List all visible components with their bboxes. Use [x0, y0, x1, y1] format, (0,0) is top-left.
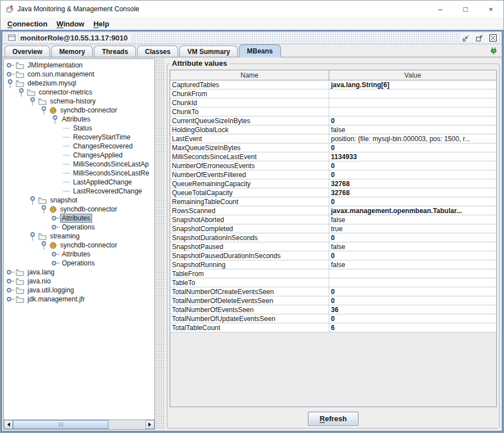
attribute-row-rowsscanned[interactable]: RowsScannedjavax.management.openmbean.Ta… — [170, 206, 496, 215]
tree-node-operations[interactable]: Operations — [4, 259, 155, 268]
tree-collapsed-handle-icon[interactable] — [51, 259, 60, 268]
attribute-row-chunkfrom[interactable]: ChunkFrom — [170, 89, 496, 98]
menu-connection[interactable]: Connection — [3, 19, 52, 29]
tree-collapsed-handle-icon[interactable] — [6, 286, 15, 295]
tree-node-attributes[interactable]: Attributes — [4, 250, 155, 259]
tree-collapsed-handle-icon[interactable] — [6, 61, 15, 70]
attribute-row-snapshotdurationinseconds[interactable]: SnapshotDurationInSeconds0 — [170, 233, 496, 242]
tree-expanded-handle-icon[interactable] — [29, 232, 37, 241]
tree-collapsed-handle-icon[interactable] — [6, 70, 15, 79]
attribute-name: TableTo — [170, 278, 329, 287]
tree-expanded-handle-icon[interactable] — [40, 106, 48, 115]
tree-node-schema-history[interactable]: schema-history — [4, 97, 155, 106]
attribute-row-snapshotaborted[interactable]: SnapshotAbortedfalse — [170, 215, 496, 224]
attribute-row-remainingtablecount[interactable]: RemainingTableCount0 — [170, 197, 496, 206]
tree-node-jmimplementation[interactable]: JMImplementation — [4, 61, 155, 70]
attribute-row-tableto[interactable]: TableTo — [170, 278, 496, 287]
attribute-row-numberofeventsfiltered[interactable]: NumberOfEventsFiltered0 — [170, 170, 496, 179]
tree-collapsed-handle-icon[interactable] — [51, 223, 60, 232]
tree-collapsed-handle-icon[interactable] — [6, 277, 15, 286]
attribute-row-totalnumberofcreateeventsseen[interactable]: TotalNumberOfCreateEventsSeen0 — [170, 287, 496, 296]
tab-threads[interactable]: Threads — [94, 46, 136, 57]
tab-mbeans[interactable]: MBeans — [239, 44, 280, 57]
tree-node-snapshot[interactable]: snapshot — [4, 196, 155, 205]
frame-close-button[interactable] — [488, 33, 497, 42]
attribute-row-millisecondssincelastevent[interactable]: MilliSecondsSinceLastEvent1134933 — [170, 152, 496, 161]
tree-node-streaming[interactable]: streaming — [4, 232, 155, 241]
tree-node-debezium-mysql[interactable]: debezium.mysql — [4, 79, 155, 88]
tree-node-java-util-logging[interactable]: java.util.logging — [4, 286, 155, 295]
tree-collapsed-handle-icon[interactable] — [6, 268, 15, 277]
split-pane-divider[interactable] — [156, 58, 165, 430]
menu-help[interactable]: Help — [89, 19, 113, 29]
tree-expanded-handle-icon[interactable] — [40, 205, 48, 214]
attribute-row-queueremainingcapacity[interactable]: QueueRemainingCapacity32768 — [170, 179, 496, 188]
tree-node-changesrecovered[interactable]: ChangesRecovered — [4, 142, 155, 151]
column-header-name[interactable]: Name — [170, 70, 329, 80]
tab-memory[interactable]: Memory — [51, 46, 93, 57]
attribute-row-snapshotrunning[interactable]: SnapshotRunningfalse — [170, 260, 496, 269]
column-header-value[interactable]: Value — [329, 70, 496, 80]
attribute-row-queuetotalcapacity[interactable]: QueueTotalCapacity32768 — [170, 188, 496, 197]
tree-expanded-handle-icon[interactable] — [29, 196, 37, 205]
attribute-row-totalnumberofeventsseen[interactable]: TotalNumberOfEventsSeen36 — [170, 305, 496, 314]
tree-node-lastappliedchange[interactable]: LastAppliedChange — [4, 178, 155, 187]
minimize-button[interactable]: – — [428, 1, 453, 17]
tree-collapsed-handle-icon[interactable] — [51, 250, 60, 259]
tree-node-attributes[interactable]: Attributes — [4, 115, 155, 124]
tab-overview[interactable]: Overview — [4, 46, 50, 57]
attribute-name: TotalNumberOfCreateEventsSeen — [170, 287, 329, 296]
tree-collapsed-handle-icon[interactable] — [51, 214, 60, 223]
frame-maximize-button[interactable] — [475, 33, 484, 42]
attribute-name: QueueRemainingCapacity — [170, 179, 329, 188]
tree-node-operations[interactable]: Operations — [4, 223, 155, 232]
scroll-left-button[interactable] — [4, 420, 13, 429]
tree-node-lastrecoveredchange[interactable]: LastRecoveredChange — [4, 187, 155, 196]
tree-collapsed-handle-icon[interactable] — [6, 295, 15, 304]
tree-expanded-handle-icon[interactable] — [51, 115, 60, 124]
attribute-row-chunkid[interactable]: ChunkId — [170, 98, 496, 107]
tree-expanded-handle-icon[interactable] — [6, 79, 15, 88]
tree-node-attributes[interactable]: Attributes — [4, 214, 155, 223]
tab-classes[interactable]: Classes — [137, 46, 178, 57]
tree-horizontal-scrollbar[interactable] — [4, 420, 155, 429]
tree-node-synchdb-connector[interactable]: synchdb-connector — [4, 106, 155, 115]
attribute-row-snapshotpaused[interactable]: SnapshotPausedfalse — [170, 242, 496, 251]
tree-expanded-handle-icon[interactable] — [29, 97, 37, 106]
tree-node-jdk-management-jfr[interactable]: jdk.management.jfr — [4, 295, 155, 304]
refresh-button[interactable]: Refresh — [308, 412, 358, 426]
attribute-row-currentqueuesizeinbytes[interactable]: CurrentQueueSizeInBytes0 — [170, 116, 496, 125]
tab-vm-summary[interactable]: VM Summary — [179, 46, 238, 57]
tree-node-millisecondssincelastap[interactable]: MilliSecondsSinceLastAp — [4, 160, 155, 169]
menu-window[interactable]: Window — [52, 19, 89, 29]
attribute-row-snapshotpauseddurationinseconds[interactable]: SnapshotPausedDurationInSeconds0 — [170, 251, 496, 260]
tree-node-com-sun-management[interactable]: com.sun.management — [4, 70, 155, 79]
tree-expanded-handle-icon[interactable] — [17, 88, 26, 97]
scroll-right-button[interactable] — [146, 420, 155, 429]
tree-node-connector-metrics[interactable]: connector-metrics — [4, 88, 155, 97]
tree-node-synchdb-connector[interactable]: synchdb-connector — [4, 205, 155, 214]
attribute-row-totalnumberofupdateeventsseen[interactable]: TotalNumberOfUpdateEventsSeen0 — [170, 314, 496, 323]
attribute-row-holdinggloballock[interactable]: HoldingGlobalLockfalse — [170, 125, 496, 134]
tree-node-millisecondssincelastre[interactable]: MilliSecondsSinceLastRe — [4, 169, 155, 178]
tree-node-synchdb-connector[interactable]: synchdb-connector — [4, 241, 155, 250]
tree-node-status[interactable]: Status — [4, 124, 155, 133]
tree-node-java-nio[interactable]: java.nio — [4, 277, 155, 286]
scrollbar-thumb[interactable] — [13, 420, 108, 429]
close-button[interactable]: × — [478, 1, 503, 17]
attribute-row-maxqueuesizeinbytes[interactable]: MaxQueueSizeInBytes0 — [170, 143, 496, 152]
attribute-row-chunkto[interactable]: ChunkTo — [170, 107, 496, 116]
attribute-row-snapshotcompleted[interactable]: SnapshotCompletedtrue — [170, 224, 496, 233]
attribute-row-totalnumberofdeleteeventsseen[interactable]: TotalNumberOfDeleteEventsSeen0 — [170, 296, 496, 305]
frame-iconify-button[interactable] — [461, 33, 470, 42]
attribute-row-tablefrom[interactable]: TableFrom — [170, 269, 496, 278]
attribute-row-totaltablecount[interactable]: TotalTableCount6 — [170, 323, 496, 332]
tree-expanded-handle-icon[interactable] — [40, 241, 48, 250]
tree-node-java-lang[interactable]: java.lang — [4, 268, 155, 277]
attribute-row-lastevent[interactable]: LastEventposition: {file: mysql-bin.0000… — [170, 134, 496, 143]
tree-node-changesapplied[interactable]: ChangesApplied — [4, 151, 155, 160]
attribute-row-capturedtables[interactable]: CapturedTablesjava.lang.String[6] — [170, 80, 496, 89]
tree-node-recoverystarttime[interactable]: RecoveryStartTime — [4, 133, 155, 142]
attribute-row-numberoferroneousevents[interactable]: NumberOfErroneousEvents0 — [170, 161, 496, 170]
maximize-button[interactable]: □ — [453, 1, 478, 17]
